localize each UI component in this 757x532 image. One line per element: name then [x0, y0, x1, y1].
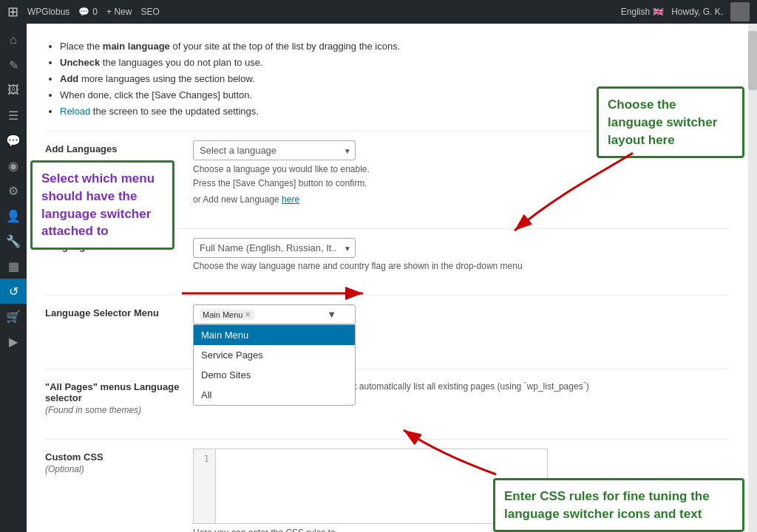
add-language-hint1: Choose a language you would like to enab…: [193, 164, 730, 174]
instruction-item-1: Place the main language of your site at …: [60, 38, 730, 55]
callout-left: Select which menu should have the langua…: [30, 160, 174, 250]
custom-css-label: Custom CSS (Optional): [45, 449, 193, 474]
sidebar-item-woocommerce[interactable]: 🛒: [0, 304, 27, 329]
language-mode-select[interactable]: Full Name (English, Russian, It...: [193, 238, 356, 258]
custom-css-sub-label: (Optional): [45, 464, 193, 474]
language-selector-menu-label: Language Selector Menu: [45, 304, 193, 318]
callout-bottom-right: Enter CSS rules for fine tuning the lang…: [493, 478, 744, 532]
add-languages-label: Add Languages: [45, 140, 193, 154]
sidebar-item-jetpack[interactable]: ▶: [0, 329, 27, 354]
site-name[interactable]: WPGlobus: [27, 7, 69, 17]
callout-top-right: Choose the language switcher layout here: [597, 86, 744, 158]
main-content-area: Place the main language of your site at …: [27, 24, 748, 532]
sidebar-item-wpglobus[interactable]: ↺: [0, 279, 27, 304]
user-greeting[interactable]: Howdy, G. K.: [671, 7, 723, 17]
dropdown-option-demo-sites[interactable]: Demo Sites: [194, 365, 355, 385]
scrollbar-track[interactable]: [748, 24, 757, 532]
admin-bar: ⊞ WPGlobus 💬 0 + New SEO English 🇬🇧 Howd…: [0, 0, 757, 24]
menu-dropdown-list: Main Menu Service Pages Demo Sites All: [193, 324, 356, 406]
sidebar-item-plugins[interactable]: ⚙: [0, 178, 27, 203]
all-pages-menu-label: "All Pages" menus Language selector (Fou…: [45, 378, 193, 415]
menu-dropdown-selected[interactable]: Main Menu ✕ ▼: [193, 304, 356, 324]
language-mode-select-wrap: Full Name (English, Russian, It... ▼: [193, 238, 356, 258]
language-switcher[interactable]: English 🇬🇧: [621, 7, 664, 17]
sidebar-item-tools[interactable]: 🔧: [0, 228, 27, 253]
css-line-numbers: 1: [194, 449, 216, 523]
sidebar-item-appearance[interactable]: ◉: [0, 153, 27, 178]
all-pages-sub-label: (Found in some themes): [45, 405, 193, 415]
new-content-button[interactable]: + New: [106, 7, 132, 17]
sidebar-item-comments[interactable]: 💬: [0, 128, 27, 153]
flag-icon: 🇬🇧: [653, 7, 664, 17]
dropdown-open-arrow-icon: ▼: [327, 309, 336, 320]
all-pages-menu-section: "All Pages" menus Language selector (Fou…: [45, 369, 730, 424]
language-selector-menu-content: Main Menu ✕ ▼ Main Menu Service Pages De…: [193, 304, 730, 338]
dropdown-option-all[interactable]: All: [194, 385, 355, 405]
sidebar-item-posts[interactable]: ✎: [0, 52, 27, 78]
add-new-language-link[interactable]: here: [282, 194, 299, 205]
instruction-item-3: Add more languages using the section bel…: [60, 71, 730, 87]
sidebar-item-settings[interactable]: ▦: [0, 253, 27, 279]
seo-menu-item[interactable]: SEO: [140, 7, 159, 17]
remove-tag-button[interactable]: ✕: [245, 310, 251, 318]
instruction-item-2: Uncheck the languages you do not plan to…: [60, 55, 730, 71]
reload-link[interactable]: Reload: [60, 106, 90, 117]
comment-icon: 💬: [78, 7, 89, 17]
language-mode-description: Choose the way language name and country…: [193, 261, 730, 271]
language-select[interactable]: Select a language: [193, 140, 356, 160]
sidebar-item-users[interactable]: 👤: [0, 203, 27, 228]
dropdown-option-service-pages[interactable]: Service Pages: [194, 345, 355, 365]
sidebar-item-dashboard[interactable]: ⌂: [0, 27, 27, 52]
add-language-hint3: or Add new Language here: [193, 194, 730, 205]
selected-tag: Main Menu ✕: [200, 310, 254, 320]
comment-count: 0: [92, 7, 98, 17]
user-avatar[interactable]: [730, 2, 750, 21]
sidebar-item-pages[interactable]: ☰: [0, 103, 27, 128]
language-label: English: [621, 7, 650, 17]
admin-sidebar: ⌂ ✎ 🖼 ☰ 💬 ◉ ⚙ 👤 🔧 ▦ ↺ 🛒 ▶: [0, 24, 27, 532]
language-select-wrap: Select a language ▼: [193, 140, 356, 160]
add-language-hint2: Press the [Save Changes] button to confi…: [193, 178, 730, 188]
sidebar-item-media[interactable]: 🖼: [0, 78, 27, 103]
comments-link[interactable]: 💬 0: [78, 7, 98, 17]
scrollbar-thumb[interactable]: [748, 31, 757, 90]
language-selector-menu-section: Language Selector Menu Main Menu ✕ ▼ Mai…: [45, 295, 730, 347]
wp-logo[interactable]: ⊞: [7, 4, 18, 20]
language-selector-mode-content: Full Name (English, Russian, It... ▼ Cho…: [193, 238, 730, 271]
menu-dropdown-container: Main Menu ✕ ▼ Main Menu Service Pages De…: [193, 304, 356, 324]
dropdown-option-main-menu[interactable]: Main Menu: [194, 325, 355, 345]
